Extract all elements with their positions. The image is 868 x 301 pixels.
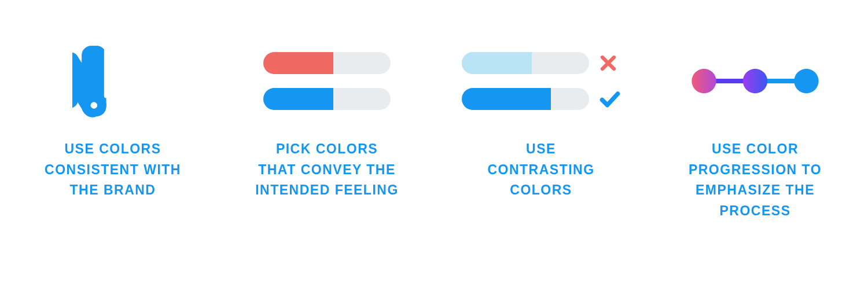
bar-red bbox=[263, 52, 391, 74]
check-icon bbox=[599, 89, 620, 109]
svg-point-10 bbox=[794, 69, 818, 93]
tips-row: USE COLORS CONSISTENT WITH THE BRAND PIC… bbox=[12, 23, 856, 222]
contrast-icon bbox=[440, 23, 642, 139]
svg-point-5 bbox=[91, 102, 98, 109]
tip-progression-colors: USE COLOR PROGRESSION TO EMPHASIZE THE P… bbox=[654, 23, 856, 222]
tip-brand-colors: USE COLORS CONSISTENT WITH THE BRAND bbox=[12, 23, 214, 201]
svg-point-9 bbox=[743, 69, 767, 93]
bar-low-contrast bbox=[462, 52, 589, 74]
bars-icon bbox=[226, 23, 428, 139]
svg-point-8 bbox=[692, 69, 716, 93]
tip-caption: PICK COLORS THAT CONVEY THE INTENDED FEE… bbox=[255, 139, 399, 201]
bar-high-contrast bbox=[462, 88, 589, 110]
x-icon bbox=[599, 54, 617, 72]
tip-contrast-colors: USE CONTRASTING COLORS bbox=[440, 23, 642, 201]
progression-icon bbox=[654, 23, 856, 139]
bar-blue bbox=[263, 88, 391, 110]
swatch-fan-icon bbox=[12, 23, 214, 139]
tip-caption: USE CONTRASTING COLORS bbox=[487, 139, 594, 201]
tip-caption: USE COLOR PROGRESSION TO EMPHASIZE THE P… bbox=[689, 139, 822, 222]
tip-caption: USE COLORS CONSISTENT WITH THE BRAND bbox=[45, 139, 181, 201]
tip-feeling-colors: PICK COLORS THAT CONVEY THE INTENDED FEE… bbox=[226, 23, 428, 201]
